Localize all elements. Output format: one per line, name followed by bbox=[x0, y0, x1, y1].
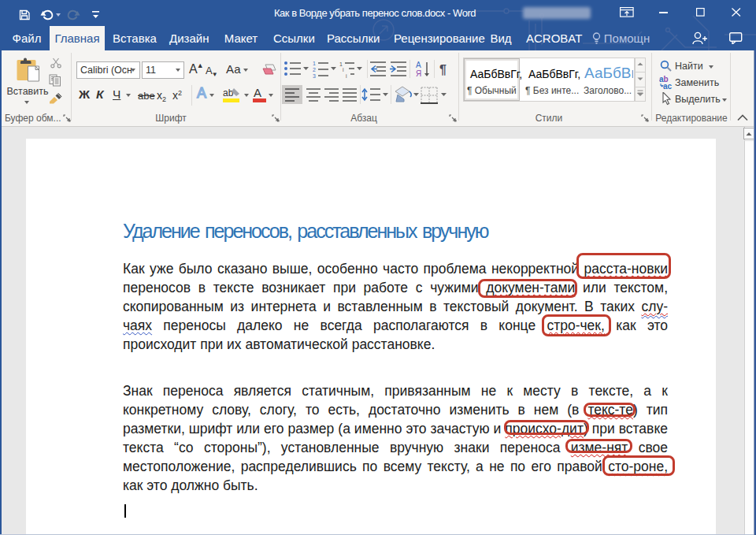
svg-text:¶: ¶ bbox=[439, 63, 447, 76]
svg-text:ab: ab bbox=[223, 87, 234, 98]
svg-text:ac: ac bbox=[663, 82, 673, 89]
svg-text:А: А bbox=[254, 87, 261, 99]
svg-text:1: 1 bbox=[339, 61, 343, 67]
svg-text:2: 2 bbox=[313, 67, 316, 72]
svg-text:А: А bbox=[416, 61, 421, 69]
svg-text:3: 3 bbox=[313, 73, 316, 79]
svg-text:Я: Я bbox=[416, 69, 421, 78]
svg-text:i: i bbox=[346, 73, 347, 79]
svg-text:i: i bbox=[343, 67, 344, 72]
svg-text:1: 1 bbox=[313, 61, 316, 66]
